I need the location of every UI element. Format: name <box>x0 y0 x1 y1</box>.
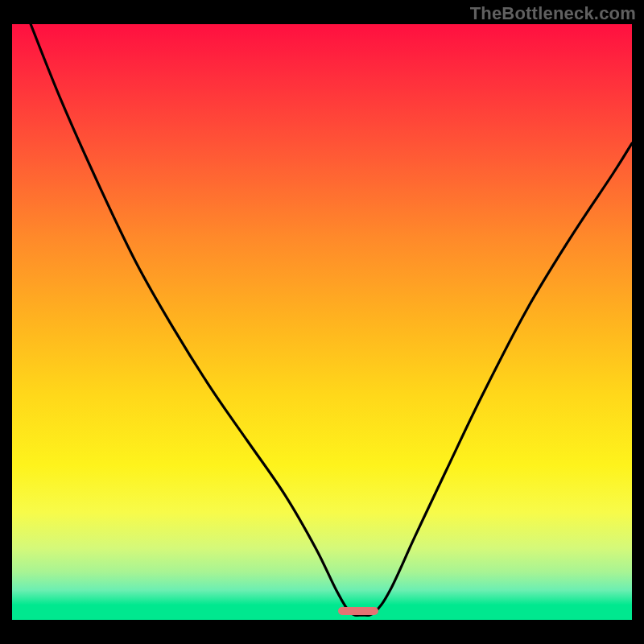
curve-layer <box>12 24 632 620</box>
plot-area <box>12 24 632 620</box>
bottleneck-curve <box>31 24 632 615</box>
watermark-text: TheBottleneck.com <box>470 3 636 24</box>
chart-frame: TheBottleneck.com <box>0 0 644 644</box>
baseline-marker <box>338 607 378 615</box>
